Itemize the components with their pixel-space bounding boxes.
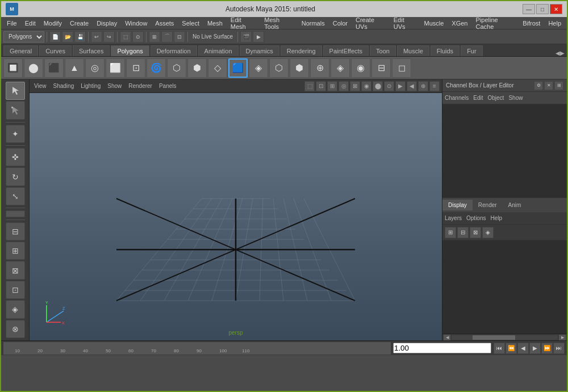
- menu-item-mesh-tools[interactable]: Mesh Tools: [261, 15, 296, 31]
- delete-layer-icon[interactable]: ⊟: [457, 227, 469, 238]
- shelf-cone[interactable]: ▲: [65, 58, 84, 78]
- menu-item-display[interactable]: Display: [93, 19, 120, 28]
- scroll-left[interactable]: ◀: [444, 335, 450, 340]
- vp-show-menu[interactable]: Show: [105, 82, 124, 90]
- panel-expand-icon[interactable]: ⊞: [554, 81, 563, 90]
- shelf-cube[interactable]: 🔲: [3, 58, 23, 78]
- vp-icon-2[interactable]: ⊡: [316, 81, 326, 91]
- step-forward-btn[interactable]: ⏩: [541, 343, 553, 354]
- vp-panels-menu[interactable]: Panels: [157, 82, 179, 90]
- render-button[interactable]: 🎬: [240, 31, 252, 43]
- shelf-smooth[interactable]: ◉: [351, 58, 370, 78]
- shelf-tab-animation[interactable]: Animation: [198, 45, 239, 56]
- vp-icon-12[interactable]: ≡: [429, 81, 440, 91]
- menu-item-help[interactable]: Help: [545, 19, 565, 28]
- object-menu[interactable]: Object: [488, 95, 504, 101]
- select-button[interactable]: ⬚: [120, 31, 131, 43]
- vp-icon-9[interactable]: ▶: [395, 81, 406, 91]
- layer-btn-6[interactable]: ⊗: [6, 320, 25, 338]
- shelf-bevel[interactable]: ◻: [392, 58, 411, 78]
- vp-lighting-menu[interactable]: Lighting: [78, 82, 103, 90]
- shelf-mirror[interactable]: ⊟: [371, 58, 391, 78]
- select-tool[interactable]: [6, 82, 25, 100]
- help-menu[interactable]: Help: [490, 215, 502, 221]
- shelf-append[interactable]: ⊕: [310, 58, 329, 78]
- ipr-button[interactable]: ▶: [253, 31, 264, 43]
- shelf-tab-fluids[interactable]: Fluids: [431, 45, 460, 56]
- shelf-pipe[interactable]: ⊡: [126, 58, 145, 78]
- vp-shading-menu[interactable]: Shading: [51, 82, 77, 90]
- layer-btn-2[interactable]: ⊞: [6, 242, 25, 260]
- goto-end-btn[interactable]: ⏭: [553, 343, 565, 354]
- menu-item-edit-uvs[interactable]: Edit UVs: [390, 15, 420, 31]
- shelf-cylinder[interactable]: ⬛: [44, 58, 64, 78]
- panel-close-icon[interactable]: ✕: [544, 81, 553, 90]
- redo-button[interactable]: ↪: [103, 31, 115, 43]
- menu-item-assets[interactable]: Assets: [152, 19, 177, 28]
- scroll-track[interactable]: [452, 335, 558, 340]
- shelf-combine[interactable]: 🟦: [228, 58, 248, 78]
- channels-menu[interactable]: Channels: [445, 95, 469, 101]
- new-scene-button[interactable]: 📄: [49, 31, 61, 43]
- vp-icon-7[interactable]: ⬤: [373, 81, 383, 91]
- play-back-btn[interactable]: ◀: [517, 343, 529, 354]
- shelf-diamond[interactable]: ◇: [208, 58, 227, 78]
- shelf-helix[interactable]: 🌀: [147, 58, 166, 78]
- snap-curve-button[interactable]: ⌒: [161, 31, 173, 43]
- timeline[interactable]: 10 20 30 40 50 60 70 80 90 100 110: [3, 342, 391, 355]
- close-button[interactable]: ✕: [550, 4, 562, 14]
- anim-tab[interactable]: Anim: [503, 200, 527, 210]
- shelf-extrude[interactable]: ⬡: [269, 58, 289, 78]
- menu-item-pipeline-cache[interactable]: Pipeline Cache: [472, 15, 518, 31]
- menu-item-file[interactable]: File: [3, 19, 20, 28]
- menu-item-xgen[interactable]: XGen: [448, 19, 471, 28]
- vp-view-menu[interactable]: View: [32, 82, 49, 90]
- shelf-next-arrow[interactable]: ▶: [560, 50, 565, 56]
- scale-tool[interactable]: ⤡: [6, 187, 25, 205]
- shelf-extract[interactable]: ◈: [249, 58, 268, 78]
- vp-renderer-menu[interactable]: Renderer: [126, 82, 154, 90]
- menu-item-normals[interactable]: Normals: [298, 19, 328, 28]
- shelf-tab-toon[interactable]: Toon: [370, 45, 396, 56]
- right-scrollbar[interactable]: ◀ ▶: [442, 334, 567, 340]
- panel-settings-icon[interactable]: ⚙: [534, 81, 543, 90]
- new-layer-icon[interactable]: ⊞: [445, 227, 456, 238]
- shelf-tab-dynamics[interactable]: Dynamics: [240, 45, 279, 56]
- select-membership-icon[interactable]: ◈: [482, 227, 494, 238]
- menu-item-edit[interactable]: Edit: [22, 19, 39, 28]
- shelf-platonic[interactable]: ⬢: [187, 58, 207, 78]
- minimize-button[interactable]: —: [523, 4, 535, 14]
- step-back-btn[interactable]: ⏪: [506, 343, 517, 354]
- shelf-tab-general[interactable]: General: [3, 45, 38, 56]
- shelf-sphere[interactable]: ⬤: [24, 58, 43, 78]
- vp-icon-1[interactable]: ⬚: [304, 81, 315, 91]
- lasso-button[interactable]: ⊙: [132, 31, 144, 43]
- shelf-plane[interactable]: ⬜: [106, 58, 125, 78]
- shelf-tab-fur[interactable]: Fur: [461, 45, 483, 56]
- shelf-tab-muscle[interactable]: Muscle: [397, 45, 429, 56]
- 3d-viewport[interactable]: Z Y X persp: [30, 93, 442, 340]
- shelf-tab-curves[interactable]: Curves: [39, 45, 72, 56]
- menu-item-edit-mesh[interactable]: Edit Mesh: [227, 15, 260, 31]
- menu-item-color[interactable]: Color: [329, 19, 351, 28]
- vp-icon-4[interactable]: ◎: [339, 81, 349, 91]
- menu-item-bifrost[interactable]: Bifrost: [519, 19, 544, 28]
- hierarchy-select-tool[interactable]: [6, 101, 25, 119]
- show-menu[interactable]: Show: [508, 95, 523, 101]
- shelf-tab-deformation[interactable]: Deformation: [151, 45, 197, 56]
- menu-item-mesh[interactable]: Mesh: [204, 19, 226, 28]
- menu-item-muscle[interactable]: Muscle: [421, 19, 448, 28]
- shelf-tab-painteffects[interactable]: PaintEffects: [323, 45, 369, 56]
- layer-btn-5[interactable]: ◈: [6, 300, 25, 318]
- render-tab[interactable]: Render: [473, 200, 503, 210]
- vp-icon-5[interactable]: ⊠: [350, 81, 360, 91]
- membership-icon[interactable]: ⊠: [470, 227, 481, 238]
- rotate-tool[interactable]: ↻: [6, 167, 25, 186]
- layer-btn-3[interactable]: ⊠: [6, 261, 25, 279]
- move-tool[interactable]: ✜: [6, 148, 25, 166]
- maximize-button[interactable]: □: [536, 4, 549, 14]
- vp-icon-3[interactable]: ⊞: [327, 81, 337, 91]
- mode-select[interactable]: Polygons: [3, 31, 44, 43]
- shelf-tab-surfaces[interactable]: Surfaces: [73, 45, 110, 56]
- play-forward-btn[interactable]: ▶: [529, 343, 541, 354]
